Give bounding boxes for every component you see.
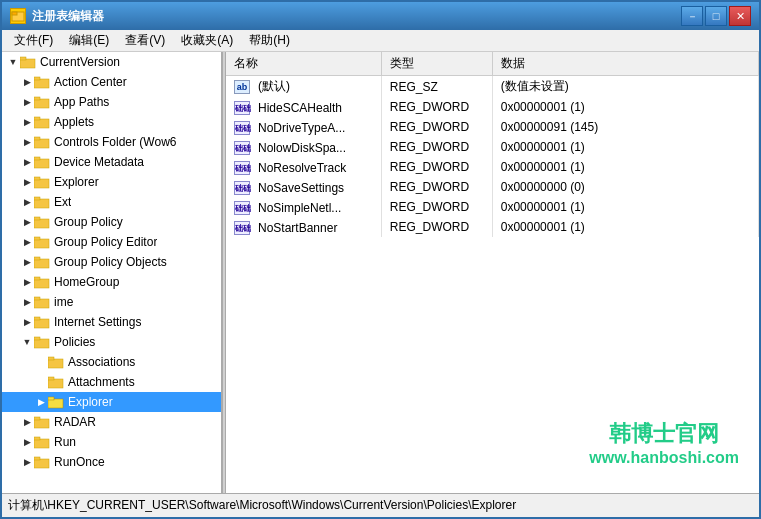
tree-item-label: Controls Folder (Wow6 [54, 135, 176, 149]
table-row[interactable]: 础础 NoSimpleNetl... REG_DWORD 0x00000001 … [226, 197, 759, 217]
menu-help[interactable]: 帮助(H) [241, 30, 298, 51]
table-row[interactable]: 础础 NoStartBanner REG_DWORD 0x00000001 (1… [226, 217, 759, 237]
col-data[interactable]: 数据 [492, 52, 758, 76]
expand-icon: ▶ [20, 415, 34, 429]
svg-rect-9 [34, 117, 40, 120]
status-text: 计算机\HKEY_CURRENT_USER\Software\Microsoft… [8, 497, 516, 514]
tree-item-attachments[interactable]: ▶ Attachments [2, 372, 221, 392]
dword-icon: 础础 [234, 201, 250, 215]
title-bar-controls: － □ ✕ [681, 6, 751, 26]
svg-rect-19 [34, 217, 40, 220]
expand-icon: ▶ [20, 295, 34, 309]
tree-item-ext[interactable]: ▶ Ext [2, 192, 221, 212]
right-panel: 名称 类型 数据 ab (默认) REG_SZ [226, 52, 759, 497]
table-row[interactable]: ab (默认) REG_SZ (数值未设置) [226, 76, 759, 98]
svg-rect-25 [34, 277, 40, 280]
tree-item-runonce[interactable]: ▶ RunOnce [2, 452, 221, 472]
tree-item-label: RunOnce [54, 455, 105, 469]
tree-item-group-policy[interactable]: ▶ Group Policy [2, 212, 221, 232]
close-button[interactable]: ✕ [729, 6, 751, 26]
expand-icon: ▶ [20, 195, 34, 209]
tree-item-homegroup[interactable]: ▶ HomeGroup [2, 272, 221, 292]
tree-item-label: Device Metadata [54, 155, 144, 169]
tree-item-label: Group Policy Editor [54, 235, 157, 249]
menu-favorites[interactable]: 收藏夹(A) [173, 30, 241, 51]
tree-item-label: HomeGroup [54, 275, 119, 289]
svg-rect-15 [34, 177, 40, 180]
svg-rect-32 [48, 359, 63, 368]
reg-data: 0x00000001 (1) [492, 137, 758, 157]
svg-rect-16 [34, 199, 49, 208]
tree-item-app-paths[interactable]: ▶ App Paths [2, 92, 221, 112]
svg-rect-30 [34, 339, 49, 348]
tree-item-label: CurrentVersion [40, 55, 120, 69]
tree-item-current-version[interactable]: ▼ CurrentVersion [2, 52, 221, 72]
tree-item-label: Run [54, 435, 76, 449]
menu-bar: 文件(F) 编辑(E) 查看(V) 收藏夹(A) 帮助(H) [2, 30, 759, 52]
svg-rect-11 [34, 137, 40, 140]
tree-item-label: Group Policy Objects [54, 255, 167, 269]
table-row[interactable]: 础础 NoResolveTrack REG_DWORD 0x00000001 (… [226, 157, 759, 177]
reg-data: 0x00000001 (1) [492, 157, 758, 177]
tree-item-ime[interactable]: ▶ ime [2, 292, 221, 312]
tree-item-label: Explorer [68, 395, 113, 409]
table-row[interactable]: 础础 NolowDiskSpa... REG_DWORD 0x00000001 … [226, 137, 759, 157]
svg-rect-8 [34, 119, 49, 128]
expand-icon: ▶ [34, 355, 48, 369]
table-row[interactable]: 础础 HideSCAHealth REG_DWORD 0x00000001 (1… [226, 97, 759, 117]
tree-item-policies[interactable]: ▼ Policies [2, 332, 221, 352]
svg-rect-38 [34, 419, 49, 428]
svg-rect-6 [34, 99, 49, 108]
svg-rect-43 [34, 457, 40, 460]
tree-item-internet-settings[interactable]: ▶ Internet Settings [2, 312, 221, 332]
tree-item-device-metadata[interactable]: ▶ Device Metadata [2, 152, 221, 172]
svg-rect-4 [34, 79, 49, 88]
svg-rect-28 [34, 319, 49, 328]
tree-item-explorer-selected[interactable]: ▶ Explorer [2, 392, 221, 412]
reg-type: REG_SZ [381, 76, 492, 98]
expand-icon: ▼ [6, 55, 20, 69]
status-bar: 计算机\HKEY_CURRENT_USER\Software\Microsoft… [2, 493, 759, 517]
maximize-button[interactable]: □ [705, 6, 727, 26]
svg-rect-26 [34, 299, 49, 308]
reg-type: REG_DWORD [381, 177, 492, 197]
tree-item-controls-folder[interactable]: ▶ Controls Folder (Wow6 [2, 132, 221, 152]
col-name[interactable]: 名称 [226, 52, 381, 76]
expand-icon: ▶ [20, 235, 34, 249]
reg-type: REG_DWORD [381, 217, 492, 237]
ab-icon: ab [234, 80, 250, 94]
svg-rect-37 [48, 397, 54, 400]
tree-item-action-center[interactable]: ▶ Action Center [2, 72, 221, 92]
svg-rect-7 [34, 97, 40, 100]
table-row[interactable]: 础础 NoSaveSettings REG_DWORD 0x00000000 (… [226, 177, 759, 197]
tree-item-run[interactable]: ▶ Run [2, 432, 221, 452]
svg-rect-23 [34, 257, 40, 260]
tree-item-group-policy-objects[interactable]: ▶ Group Policy Objects [2, 252, 221, 272]
dword-icon: 础础 [234, 101, 250, 115]
reg-type: REG_DWORD [381, 137, 492, 157]
svg-rect-39 [34, 417, 40, 420]
menu-view[interactable]: 查看(V) [117, 30, 173, 51]
tree-item-applets[interactable]: ▶ Applets [2, 112, 221, 132]
tree-item-label: Group Policy [54, 215, 123, 229]
tree-item-label: Policies [54, 335, 95, 349]
tree-item-explorer[interactable]: ▶ Explorer [2, 172, 221, 192]
table-row[interactable]: 础础 NoDriveTypeA... REG_DWORD 0x00000091 … [226, 117, 759, 137]
expand-icon: ▶ [20, 135, 34, 149]
col-type[interactable]: 类型 [381, 52, 492, 76]
tree-item-associations[interactable]: ▶ Associations [2, 352, 221, 372]
tree-item-label: Explorer [54, 175, 99, 189]
tree-item-label: Applets [54, 115, 94, 129]
title-bar-title: 注册表编辑器 [32, 8, 681, 25]
svg-rect-41 [34, 437, 40, 440]
menu-file[interactable]: 文件(F) [6, 30, 61, 51]
svg-rect-17 [34, 197, 40, 200]
dword-icon: 础础 [234, 181, 250, 195]
tree-item-group-policy-editor[interactable]: ▶ Group Policy Editor [2, 232, 221, 252]
minimize-button[interactable]: － [681, 6, 703, 26]
tree-item-radar[interactable]: ▶ RADAR [2, 412, 221, 432]
svg-rect-21 [34, 237, 40, 240]
svg-rect-3 [20, 57, 26, 60]
menu-edit[interactable]: 编辑(E) [61, 30, 117, 51]
reg-name: 础础 NoDriveTypeA... [226, 117, 381, 137]
